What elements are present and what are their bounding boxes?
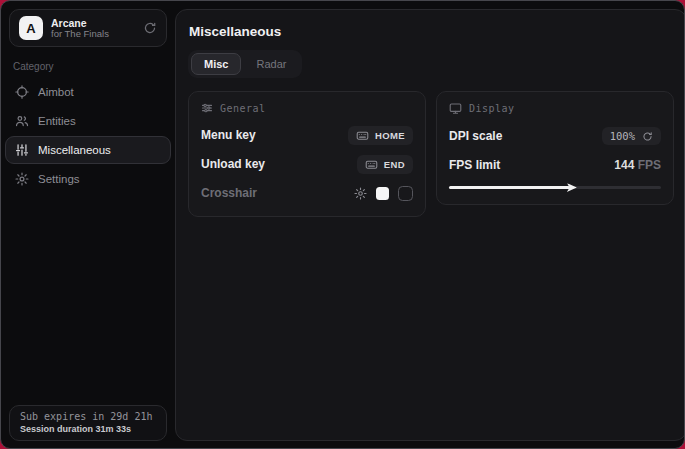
- main-panel: Miscellaneous Misc Radar Gene: [175, 9, 685, 441]
- brand-text: Arcane for The Finals: [51, 17, 135, 40]
- users-icon: [15, 114, 29, 128]
- sidebar-spacer: [1, 194, 175, 405]
- display-card: Display DPI scale 100%: [436, 91, 674, 205]
- sidebar-item-miscellaneous[interactable]: Miscellaneous: [5, 136, 171, 164]
- sidebar-item-label: Settings: [38, 173, 80, 185]
- dpi-scale-control[interactable]: 100%: [602, 127, 661, 145]
- unload-key-binding[interactable]: END: [357, 155, 413, 174]
- general-card-header: General: [201, 102, 413, 114]
- sidebar-item-label: Miscellaneous: [38, 144, 111, 156]
- sidebar-item-label: Entities: [38, 115, 76, 127]
- display-card-header: Display: [449, 102, 661, 115]
- fps-slider-fill: [449, 186, 570, 189]
- sidebar-item-settings[interactable]: Settings: [5, 165, 171, 193]
- dpi-scale-row: DPI scale 100%: [449, 125, 661, 147]
- tab-group: Misc Radar: [188, 50, 302, 78]
- brand-title: Arcane: [51, 17, 135, 29]
- menu-key-row: Menu key HOME: [201, 124, 413, 146]
- crosshair-label: Crosshair: [201, 186, 257, 200]
- subscription-card: Sub expires in 29d 21h Session duration …: [9, 405, 167, 441]
- brand-subtitle: for The Finals: [51, 29, 135, 40]
- monitor-icon: [449, 102, 462, 115]
- dpi-scale-value: 100%: [610, 130, 635, 142]
- category-label: Category: [13, 61, 163, 72]
- display-card-title: Display: [469, 103, 515, 114]
- brand-card: A Arcane for The Finals: [9, 9, 167, 47]
- brand-logo: A: [19, 16, 43, 40]
- sliders-icon: [15, 143, 29, 157]
- general-card-title: General: [220, 103, 266, 114]
- crosshair-checkbox[interactable]: [398, 186, 413, 201]
- sidebar-item-label: Aimbot: [38, 86, 74, 98]
- menu-key-binding[interactable]: HOME: [348, 126, 413, 145]
- fps-limit-value: 144: [614, 158, 634, 172]
- sidebar: A Arcane for The Finals Category: [1, 1, 175, 448]
- menu-key-value: HOME: [375, 130, 405, 141]
- cards-row: General Menu key HOME: [188, 91, 674, 217]
- keyboard-icon: [356, 129, 369, 142]
- general-card: General Menu key HOME: [188, 91, 426, 217]
- tab-radar[interactable]: Radar: [243, 53, 299, 75]
- sliders-small-icon: [201, 102, 213, 114]
- crosshair-settings-gear-icon[interactable]: [354, 187, 367, 200]
- sidebar-item-aimbot[interactable]: Aimbot: [5, 78, 171, 106]
- menu-key-label: Menu key: [201, 128, 256, 142]
- cheat-menu-window: A Arcane for The Finals Category: [0, 0, 685, 449]
- session-duration-text: Session duration 31m 33s: [20, 424, 156, 434]
- page-title: Miscellaneous: [189, 24, 674, 39]
- tab-misc[interactable]: Misc: [191, 53, 241, 75]
- fps-limit-label: FPS limit: [449, 158, 500, 172]
- unload-key-label: Unload key: [201, 157, 265, 171]
- fps-limit-value-wrap: 144 FPS: [614, 158, 661, 172]
- crosshair-row: Crosshair: [201, 182, 413, 204]
- unload-key-row: Unload key END: [201, 153, 413, 175]
- dpi-scale-label: DPI scale: [449, 129, 502, 143]
- fps-limit-slider[interactable]: [449, 183, 661, 192]
- unload-key-value: END: [384, 159, 405, 170]
- sidebar-nav: Aimbot Entities: [1, 78, 175, 194]
- gear-icon: [15, 172, 29, 186]
- keyboard-icon: [365, 158, 378, 171]
- sub-expiry-text: Sub expires in 29d 21h: [20, 411, 156, 422]
- crosshair-color-swatch[interactable]: [376, 187, 389, 200]
- crosshair-icon: [15, 85, 29, 99]
- sidebar-item-entities[interactable]: Entities: [5, 107, 171, 135]
- fps-limit-unit: FPS: [634, 158, 661, 172]
- refresh-icon[interactable]: [143, 21, 157, 35]
- dpi-reset-icon[interactable]: [642, 131, 653, 142]
- crosshair-controls: [354, 186, 413, 201]
- fps-limit-row: FPS limit 144 FPS: [449, 154, 661, 176]
